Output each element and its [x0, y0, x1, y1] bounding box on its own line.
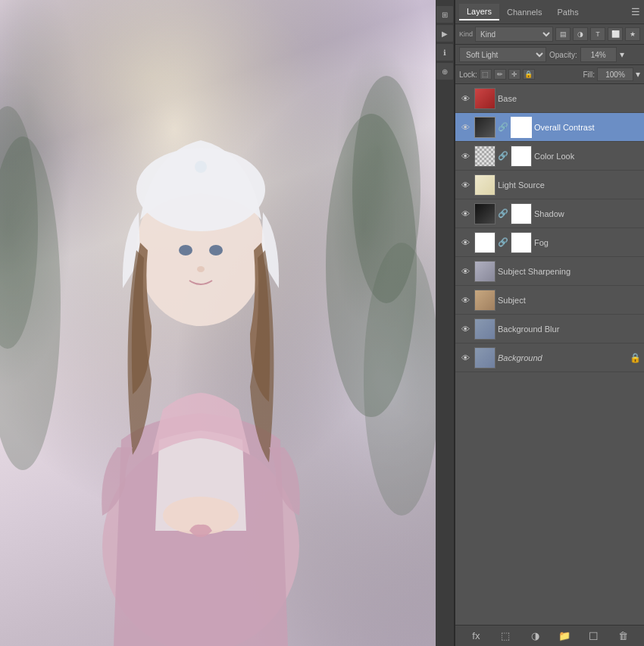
- group-button[interactable]: 📁: [557, 629, 572, 644]
- fx-button[interactable]: fx: [468, 629, 483, 644]
- filter-pixel-icon[interactable]: ▤: [555, 27, 571, 41]
- filter-smart-icon[interactable]: ★: [625, 27, 640, 41]
- layer-name-shadow: Shadow: [534, 209, 641, 218]
- svg-point-13: [209, 245, 223, 256]
- eye-light-source[interactable]: 👁: [458, 178, 472, 192]
- layer-name-overall-contrast: Overall Contrast: [534, 123, 641, 132]
- panel-header: Layers Channels Paths ☰: [455, 0, 644, 24]
- kind-toolbar: Kind Kind ▤ ◑ T ⬜ ★: [455, 24, 644, 45]
- layer-name-background: Background: [498, 353, 627, 362]
- filter-shape-icon[interactable]: ⬜: [608, 27, 623, 41]
- toolbar-btn-1[interactable]: ⊞: [436, 6, 453, 23]
- layer-row-light-source[interactable]: 👁 Light Source: [455, 171, 644, 199]
- thumb-background: [474, 347, 496, 368]
- chain-shadow: 🔗: [498, 209, 508, 218]
- chain-color-look: 🔗: [498, 151, 508, 161]
- toolbar-btn-4[interactable]: ⊕: [436, 63, 453, 80]
- tab-layers[interactable]: Layers: [459, 4, 499, 20]
- filter-type-icon[interactable]: T: [590, 27, 605, 41]
- eye-subject-sharpening[interactable]: 👁: [458, 265, 472, 278]
- svg-point-12: [179, 245, 192, 256]
- blend-mode-row: Soft Light Normal Multiply Screen Overla…: [455, 45, 644, 65]
- svg-point-10: [195, 161, 207, 173]
- layer-name-base: Base: [498, 94, 641, 103]
- lock-row: Lock: ⬚ ✏ ✛ 🔒 Fill: ▾: [455, 65, 644, 84]
- lock-all-btn[interactable]: 🔒: [523, 69, 535, 80]
- layer-name-background-blur: Background Blur: [498, 325, 641, 334]
- eye-subject[interactable]: 👁: [458, 293, 472, 307]
- svg-point-9: [136, 148, 265, 231]
- filter-adj-icon[interactable]: ◑: [573, 27, 588, 41]
- layers-list: 👁 Base 👁 🔗 Overall Contrast 👁 🔗 Color Lo…: [455, 84, 644, 625]
- canvas-image: [0, 0, 436, 646]
- canvas-area: [0, 0, 436, 646]
- fill-label: Fill:: [583, 71, 595, 79]
- chain-overall-contrast: 🔗: [498, 122, 508, 132]
- left-toolbar: ⊞ ▶ ℹ ⊕: [436, 0, 455, 646]
- thumb-base: [474, 88, 496, 109]
- eye-overall-contrast[interactable]: 👁: [458, 121, 472, 134]
- mask-color-look: [511, 146, 532, 167]
- thumb-subject-sharpening: [474, 261, 496, 282]
- svg-point-14: [197, 266, 205, 272]
- thumb-light-source: [474, 174, 496, 196]
- kind-label: Kind: [459, 30, 473, 38]
- toolbar-btn-2[interactable]: ▶: [436, 25, 453, 42]
- panel-menu-button[interactable]: ☰: [631, 6, 640, 17]
- eye-background-blur[interactable]: 👁: [458, 322, 472, 336]
- opacity-arrow[interactable]: ▾: [620, 49, 624, 60]
- lock-label: Lock:: [459, 71, 477, 79]
- new-layer-button[interactable]: ☐: [586, 629, 602, 644]
- layer-row-fog[interactable]: 👁 🔗 Fog: [455, 228, 644, 257]
- layer-row-shadow[interactable]: 👁 🔗 Shadow: [455, 199, 644, 228]
- kind-dropdown[interactable]: Kind: [475, 27, 553, 42]
- fill-arrow[interactable]: ▾: [636, 69, 640, 80]
- eye-shadow[interactable]: 👁: [458, 207, 472, 221]
- mask-shadow: [511, 203, 532, 224]
- thumb-background-blur: [474, 318, 496, 340]
- lock-image-btn[interactable]: ✏: [494, 69, 506, 80]
- mask-fog: [511, 232, 532, 253]
- eye-base[interactable]: 👁: [458, 92, 472, 105]
- fill-input[interactable]: [597, 67, 633, 81]
- mask-overall-contrast: [511, 117, 532, 138]
- layer-row-overall-contrast[interactable]: 👁 🔗 Overall Contrast: [455, 113, 644, 142]
- tab-paths[interactable]: Paths: [550, 5, 586, 20]
- layer-row-background[interactable]: 👁 Background 🔒: [455, 343, 644, 372]
- thumb-subject: [474, 290, 496, 311]
- chain-fog: 🔗: [498, 237, 508, 247]
- layer-row-color-look[interactable]: 👁 🔗 Color Look: [455, 142, 644, 171]
- layer-name-subject-sharpening: Subject Sharpening: [498, 267, 641, 276]
- eye-fog[interactable]: 👁: [458, 236, 472, 249]
- thumb-fog: [474, 232, 496, 253]
- layer-row-subject[interactable]: 👁 Subject: [455, 286, 644, 315]
- layer-name-fog: Fog: [534, 238, 641, 247]
- thumb-color-look: [474, 146, 496, 167]
- eye-background[interactable]: 👁: [458, 351, 472, 365]
- adjustment-button[interactable]: ◑: [527, 629, 542, 644]
- girl-svg: [0, 0, 436, 646]
- lock-position-btn[interactable]: ✛: [508, 69, 521, 80]
- delete-layer-button[interactable]: 🗑: [616, 629, 631, 644]
- add-mask-button[interactable]: ⬚: [498, 629, 513, 644]
- blend-mode-dropdown[interactable]: Soft Light Normal Multiply Screen Overla…: [459, 47, 546, 62]
- layer-name-color-look: Color Look: [534, 152, 641, 161]
- right-panel: Layers Channels Paths ☰ Kind Kind ▤ ◑ T …: [455, 0, 644, 646]
- layer-row-background-blur[interactable]: 👁 Background Blur: [455, 315, 644, 343]
- background-lock-icon: 🔒: [630, 353, 641, 363]
- opacity-input[interactable]: [580, 47, 617, 62]
- layer-name-light-source: Light Source: [498, 180, 641, 190]
- eye-color-look[interactable]: 👁: [458, 149, 472, 163]
- thumb-shadow: [474, 203, 496, 224]
- layer-name-subject: Subject: [498, 296, 641, 305]
- layer-bottom-toolbar: fx ⬚ ◑ 📁 ☐ 🗑: [455, 625, 644, 646]
- layer-row-base[interactable]: 👁 Base: [455, 84, 644, 113]
- tab-channels[interactable]: Channels: [499, 5, 549, 20]
- toolbar-btn-3[interactable]: ℹ: [436, 44, 453, 61]
- layer-row-subject-sharpening[interactable]: 👁 Subject Sharpening: [455, 257, 644, 286]
- thumb-overall-contrast: [474, 117, 496, 138]
- lock-pixels-btn[interactable]: ⬚: [480, 69, 492, 80]
- opacity-label: Opacity:: [549, 51, 577, 59]
